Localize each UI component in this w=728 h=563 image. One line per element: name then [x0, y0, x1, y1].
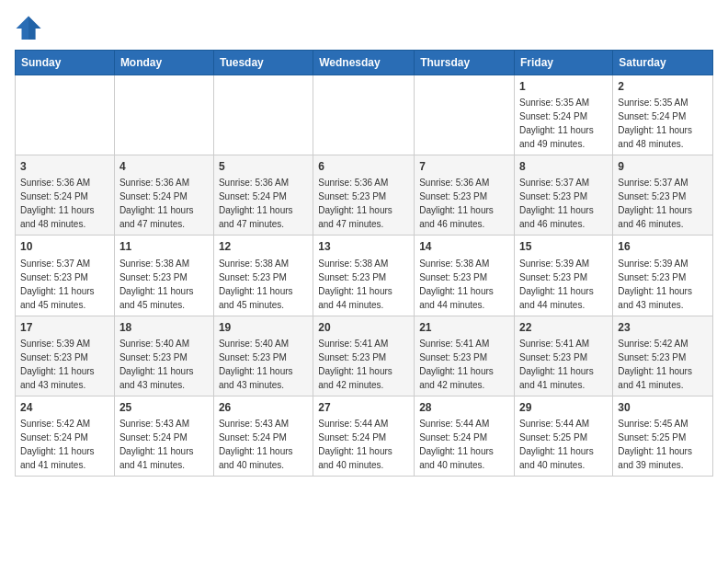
day-info: Sunrise: 5:40 AM Sunset: 5:23 PM Dayligh…: [119, 339, 194, 390]
day-number: 14: [419, 239, 509, 254]
calendar-day-cell: [114, 75, 213, 155]
day-info: Sunrise: 5:36 AM Sunset: 5:24 PM Dayligh…: [119, 178, 194, 229]
day-info: Sunrise: 5:43 AM Sunset: 5:24 PM Dayligh…: [119, 419, 194, 470]
calendar-day-cell: 14Sunrise: 5:38 AM Sunset: 5:23 PM Dayli…: [415, 236, 515, 316]
calendar-day-cell: 6Sunrise: 5:36 AM Sunset: 5:23 PM Daylig…: [313, 155, 415, 236]
day-number: 23: [618, 320, 708, 335]
weekday-header-friday: Friday: [515, 51, 613, 75]
day-number: 9: [618, 159, 708, 174]
day-number: 3: [20, 159, 109, 174]
calendar-day-cell: 8Sunrise: 5:37 AM Sunset: 5:23 PM Daylig…: [515, 155, 613, 236]
svg-marker-1: [28, 17, 41, 40]
calendar-day-cell: 20Sunrise: 5:41 AM Sunset: 5:23 PM Dayli…: [313, 316, 415, 396]
day-info: Sunrise: 5:45 AM Sunset: 5:25 PM Dayligh…: [618, 419, 692, 470]
calendar-day-cell: 3Sunrise: 5:36 AM Sunset: 5:24 PM Daylig…: [16, 155, 115, 236]
day-number: 10: [20, 239, 109, 254]
calendar-day-cell: 24Sunrise: 5:42 AM Sunset: 5:24 PM Dayli…: [16, 396, 115, 476]
day-number: 29: [519, 400, 608, 415]
day-number: 28: [419, 400, 509, 415]
day-info: Sunrise: 5:36 AM Sunset: 5:24 PM Dayligh…: [20, 178, 95, 229]
day-info: Sunrise: 5:44 AM Sunset: 5:25 PM Dayligh…: [519, 419, 594, 470]
calendar-day-cell: 10Sunrise: 5:37 AM Sunset: 5:23 PM Dayli…: [16, 236, 115, 316]
day-number: 21: [419, 320, 509, 335]
day-number: 26: [219, 400, 308, 415]
calendar-day-cell: 22Sunrise: 5:41 AM Sunset: 5:23 PM Dayli…: [515, 316, 613, 396]
calendar-week-row: 3Sunrise: 5:36 AM Sunset: 5:24 PM Daylig…: [16, 155, 713, 236]
day-number: 6: [318, 159, 409, 174]
day-info: Sunrise: 5:42 AM Sunset: 5:23 PM Dayligh…: [618, 339, 692, 390]
calendar-day-cell: 2Sunrise: 5:35 AM Sunset: 5:24 PM Daylig…: [613, 75, 713, 155]
day-info: Sunrise: 5:36 AM Sunset: 5:24 PM Dayligh…: [219, 178, 293, 229]
day-number: 30: [618, 400, 708, 415]
day-info: Sunrise: 5:42 AM Sunset: 5:24 PM Dayligh…: [20, 419, 95, 470]
day-info: Sunrise: 5:41 AM Sunset: 5:23 PM Dayligh…: [419, 339, 494, 390]
calendar-day-cell: 27Sunrise: 5:44 AM Sunset: 5:24 PM Dayli…: [313, 396, 415, 476]
weekday-header-monday: Monday: [114, 51, 213, 75]
day-info: Sunrise: 5:44 AM Sunset: 5:24 PM Dayligh…: [419, 419, 494, 470]
day-info: Sunrise: 5:39 AM Sunset: 5:23 PM Dayligh…: [20, 339, 95, 390]
day-info: Sunrise: 5:38 AM Sunset: 5:23 PM Dayligh…: [119, 259, 194, 310]
day-info: Sunrise: 5:43 AM Sunset: 5:24 PM Dayligh…: [219, 419, 293, 470]
day-info: Sunrise: 5:38 AM Sunset: 5:23 PM Dayligh…: [219, 259, 293, 310]
day-info: Sunrise: 5:36 AM Sunset: 5:23 PM Dayligh…: [318, 178, 392, 229]
weekday-header-row: SundayMondayTuesdayWednesdayThursdayFrid…: [16, 51, 713, 75]
day-info: Sunrise: 5:36 AM Sunset: 5:23 PM Dayligh…: [419, 178, 494, 229]
calendar-day-cell: [313, 75, 415, 155]
day-info: Sunrise: 5:38 AM Sunset: 5:23 PM Dayligh…: [318, 259, 392, 310]
calendar-day-cell: 1Sunrise: 5:35 AM Sunset: 5:24 PM Daylig…: [515, 75, 613, 155]
day-number: 16: [618, 239, 708, 254]
header: [15, 15, 713, 42]
calendar-day-cell: 30Sunrise: 5:45 AM Sunset: 5:25 PM Dayli…: [613, 396, 713, 476]
calendar-day-cell: 16Sunrise: 5:39 AM Sunset: 5:23 PM Dayli…: [613, 236, 713, 316]
calendar-week-row: 17Sunrise: 5:39 AM Sunset: 5:23 PM Dayli…: [16, 316, 713, 396]
day-number: 12: [219, 239, 308, 254]
day-info: Sunrise: 5:41 AM Sunset: 5:23 PM Dayligh…: [519, 339, 594, 390]
day-number: 17: [20, 320, 109, 335]
calendar-day-cell: 18Sunrise: 5:40 AM Sunset: 5:23 PM Dayli…: [114, 316, 213, 396]
weekday-header-wednesday: Wednesday: [313, 51, 415, 75]
calendar-day-cell: [415, 75, 515, 155]
calendar-week-row: 24Sunrise: 5:42 AM Sunset: 5:24 PM Dayli…: [16, 396, 713, 476]
weekday-header-saturday: Saturday: [613, 51, 713, 75]
day-number: 22: [519, 320, 608, 335]
day-number: 1: [519, 79, 608, 94]
day-info: Sunrise: 5:44 AM Sunset: 5:24 PM Dayligh…: [318, 419, 392, 470]
calendar-day-cell: 12Sunrise: 5:38 AM Sunset: 5:23 PM Dayli…: [213, 236, 313, 316]
day-info: Sunrise: 5:37 AM Sunset: 5:23 PM Dayligh…: [20, 259, 95, 310]
day-number: 4: [119, 159, 209, 174]
calendar-table: SundayMondayTuesdayWednesdayThursdayFrid…: [15, 50, 713, 477]
day-number: 25: [119, 400, 209, 415]
day-info: Sunrise: 5:39 AM Sunset: 5:23 PM Dayligh…: [618, 259, 692, 310]
day-info: Sunrise: 5:35 AM Sunset: 5:24 PM Dayligh…: [519, 98, 594, 149]
calendar-day-cell: 28Sunrise: 5:44 AM Sunset: 5:24 PM Dayli…: [415, 396, 515, 476]
page-container: SundayMondayTuesdayWednesdayThursdayFrid…: [15, 15, 713, 477]
day-info: Sunrise: 5:37 AM Sunset: 5:23 PM Dayligh…: [618, 178, 692, 229]
calendar-day-cell: [213, 75, 313, 155]
weekday-header-thursday: Thursday: [415, 51, 515, 75]
logo-icon: [15, 15, 42, 42]
day-number: 18: [119, 320, 209, 335]
calendar-day-cell: 15Sunrise: 5:39 AM Sunset: 5:23 PM Dayli…: [515, 236, 613, 316]
calendar-day-cell: 4Sunrise: 5:36 AM Sunset: 5:24 PM Daylig…: [114, 155, 213, 236]
day-info: Sunrise: 5:38 AM Sunset: 5:23 PM Dayligh…: [419, 259, 494, 310]
calendar-day-cell: 19Sunrise: 5:40 AM Sunset: 5:23 PM Dayli…: [213, 316, 313, 396]
calendar-week-row: 10Sunrise: 5:37 AM Sunset: 5:23 PM Dayli…: [16, 236, 713, 316]
weekday-header-tuesday: Tuesday: [213, 51, 313, 75]
day-info: Sunrise: 5:39 AM Sunset: 5:23 PM Dayligh…: [519, 259, 594, 310]
calendar-day-cell: 7Sunrise: 5:36 AM Sunset: 5:23 PM Daylig…: [415, 155, 515, 236]
calendar-day-cell: 23Sunrise: 5:42 AM Sunset: 5:23 PM Dayli…: [613, 316, 713, 396]
day-number: 5: [219, 159, 308, 174]
day-number: 27: [318, 400, 409, 415]
day-number: 7: [419, 159, 509, 174]
day-number: 15: [519, 239, 608, 254]
calendar-day-cell: 26Sunrise: 5:43 AM Sunset: 5:24 PM Dayli…: [213, 396, 313, 476]
calendar-day-cell: 9Sunrise: 5:37 AM Sunset: 5:23 PM Daylig…: [613, 155, 713, 236]
day-number: 19: [219, 320, 308, 335]
day-number: 11: [119, 239, 209, 254]
calendar-day-cell: 5Sunrise: 5:36 AM Sunset: 5:24 PM Daylig…: [213, 155, 313, 236]
day-number: 24: [20, 400, 109, 415]
calendar-day-cell: 17Sunrise: 5:39 AM Sunset: 5:23 PM Dayli…: [16, 316, 115, 396]
day-info: Sunrise: 5:35 AM Sunset: 5:24 PM Dayligh…: [618, 98, 692, 149]
calendar-day-cell: 11Sunrise: 5:38 AM Sunset: 5:23 PM Dayli…: [114, 236, 213, 316]
day-number: 13: [318, 239, 409, 254]
